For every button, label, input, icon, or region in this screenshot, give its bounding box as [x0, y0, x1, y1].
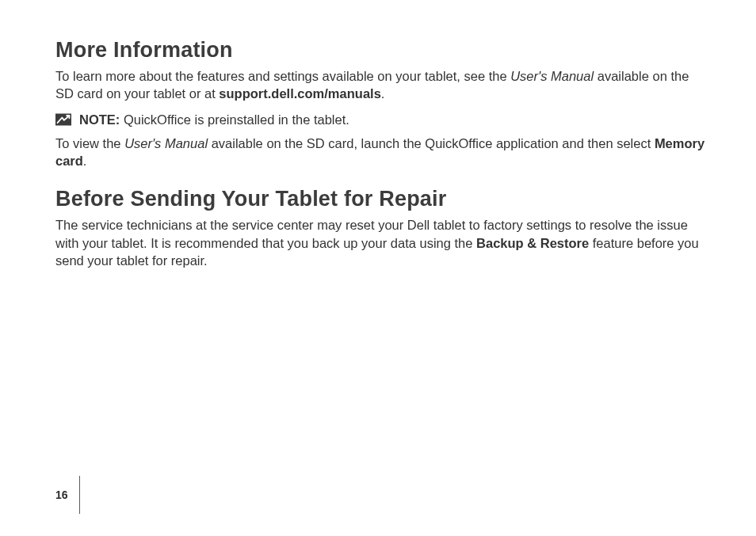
- text-users-manual: User's Manual: [510, 69, 594, 83]
- note-body: QuickOffice is preinstalled in the table…: [120, 112, 349, 127]
- heading-before-sending: Before Sending Your Tablet for Repair: [55, 187, 705, 211]
- note-text: NOTE: QuickOffice is preinstalled in the…: [79, 111, 349, 128]
- paragraph-view-manual: To view the User's Manual available on t…: [55, 135, 705, 170]
- page-footer: 16: [55, 476, 80, 514]
- footer-divider: [79, 476, 80, 514]
- page-number: 16: [55, 488, 79, 501]
- page-content: More Information To learn more about the…: [55, 38, 705, 277]
- note-block: NOTE: QuickOffice is preinstalled in the…: [55, 111, 705, 128]
- text-run: To learn more about the features and set…: [55, 69, 510, 83]
- paragraph-intro: To learn more about the features and set…: [55, 67, 705, 103]
- note-icon: [55, 113, 71, 126]
- text-users-manual: User's Manual: [124, 136, 208, 150]
- text-run: .: [83, 154, 87, 168]
- text-backup-restore: Backup & Restore: [476, 236, 589, 250]
- note-label: NOTE:: [79, 112, 120, 127]
- text-run: available on the SD card, launch the Qui…: [208, 136, 655, 150]
- paragraph-repair: The service technicians at the service c…: [55, 216, 705, 269]
- text-run: .: [381, 86, 385, 101]
- section-repair: Before Sending Your Tablet for Repair Th…: [55, 187, 705, 269]
- text-run: To view the: [55, 136, 124, 150]
- heading-more-information: More Information: [55, 38, 705, 63]
- text-support-url: support.dell.com/manuals: [219, 86, 380, 101]
